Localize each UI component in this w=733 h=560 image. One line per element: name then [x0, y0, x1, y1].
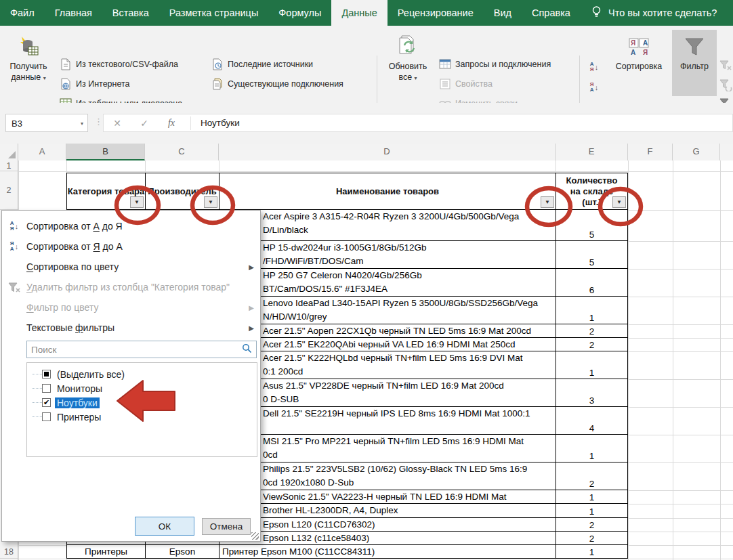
column-header-C[interactable]: C [145, 144, 219, 160]
filter-menu-item-5[interactable]: Текстовые фильтры▶ [2, 318, 260, 338]
cell-product-name[interactable]: Brother HL-L2300DR, A4, Duplex [219, 504, 556, 517]
row-number-1[interactable]: 1 [0, 160, 18, 171]
cell-quantity[interactable]: 5 [556, 241, 628, 268]
column-header-B[interactable]: B [66, 144, 145, 160]
filter-button[interactable]: Фильтр [672, 30, 717, 96]
cancel-button[interactable]: Отмена [202, 518, 251, 535]
refresh-all-button[interactable]: Обновить все ▾ [383, 30, 432, 96]
ribbon-tab-2[interactable]: Вставка [102, 0, 159, 26]
ribbon-tab-3[interactable]: Разметка страницы [159, 0, 269, 26]
insert-function-icon[interactable]: fx [158, 118, 185, 129]
cell-product-name[interactable]: Dell 21.5" SE2219H черный IPS LED 8ms 16… [219, 407, 556, 434]
header-cell-manufacturer[interactable]: Производитель ▼ [145, 173, 219, 210]
checkbox-partial-icon[interactable] [42, 370, 51, 379]
cell-product-name[interactable]: Acer Aspire 3 A315-42-R04R Ryzen 3 3200U… [219, 210, 556, 240]
cell-product-name[interactable]: ViewSonic 21.5" VA2223-H черный TN LED 1… [219, 490, 556, 503]
cell-product-name[interactable]: Asus 21.5" VP228DE черный TN+film LED 16… [219, 379, 556, 406]
checkbox-checked-icon[interactable]: ✔ [42, 398, 51, 407]
enter-entry-icon[interactable]: ✓ [131, 118, 158, 129]
select-all-corner[interactable] [0, 144, 18, 160]
header-cell-quantity[interactable]: Количество на складе (шт.) ▼ [556, 173, 628, 210]
cancel-entry-icon[interactable]: ✕ [104, 118, 131, 129]
ribbon-item-src-0[interactable]: Последние источники [211, 58, 343, 71]
row-number-2[interactable]: 2 [0, 171, 18, 210]
get-data-button[interactable]: Получить данные ▾ [4, 30, 53, 96]
ribbon-tab-6[interactable]: Рецензирование [388, 0, 484, 26]
ribbon-tab-4[interactable]: Формулы [268, 0, 331, 26]
ribbon-tab-5[interactable]: Данные [331, 0, 387, 26]
filter-dropdown-button-category[interactable]: ▼ [130, 196, 144, 208]
sort-descending-icon[interactable]: ЯА↓ [587, 80, 602, 95]
tree-line [32, 374, 42, 374]
cell-product-name[interactable]: Epson L132 (c11ce58403) [219, 532, 556, 544]
ok-button[interactable]: ОК [135, 517, 194, 536]
cell-quantity[interactable]: 1 [556, 490, 628, 503]
cell-quantity[interactable]: 3 [556, 379, 628, 406]
filter-menu-item-0[interactable]: АЯ↓Сортировка от А до Я [2, 216, 260, 236]
ribbon-tab-7[interactable]: Вид [484, 0, 522, 26]
cell-manufacturer[interactable]: Epson [145, 545, 219, 558]
ribbon-item-conn-0[interactable]: Запросы и подключения [439, 58, 551, 71]
sort-ascending-icon[interactable]: АЯ↓ [587, 60, 602, 74]
cell-quantity[interactable]: 2 [556, 462, 628, 490]
cell-quantity[interactable]: 1 [556, 545, 628, 558]
column-header-row: ABCDEFG [0, 144, 733, 161]
cell-quantity[interactable]: 4 [556, 407, 628, 434]
column-header-D[interactable]: D [219, 144, 556, 160]
cell-product-name[interactable]: HP 15-dw2024ur i3-1005G1/8Gb/512Gb/FHD/W… [219, 241, 556, 268]
column-header-A[interactable]: A [18, 144, 66, 160]
filter-menu-item-2[interactable]: Сортировка по цвету▶ [2, 257, 260, 277]
cell-quantity[interactable]: 2 [556, 518, 628, 531]
cell-product-name[interactable]: Lenovo IdeaPad L340-15API Ryzen 5 3500U/… [219, 297, 556, 324]
cell-product-name[interactable]: Epson L120 (C11CD76302) [219, 518, 556, 531]
ribbon-tab-1[interactable]: Главная [45, 0, 102, 26]
cell-category[interactable]: Принтеры [66, 545, 145, 558]
cell-product-name[interactable]: MSI 21.5" Pro MP221 черный TN+film LED 5… [219, 435, 556, 462]
ribbon-tab-0[interactable]: Файл [0, 0, 45, 26]
cell-product-name[interactable]: Принтер Epson M100 (C11CC84311) [219, 545, 556, 558]
cell-product-name[interactable]: Acer 21.5" Aopen 22CX1Qb черный TN LED 5… [219, 324, 556, 337]
formula-input[interactable]: Ноутбуки [196, 118, 240, 128]
row-number-18[interactable]: 18 [0, 545, 18, 559]
header-cell-product-name[interactable]: Наименование товаров ▼ [219, 173, 556, 210]
ribbon-item-src-1[interactable]: Существующие подключения [211, 77, 343, 91]
filter-dropdown-button-product-name[interactable]: ▼ [541, 196, 554, 208]
cell-quantity[interactable]: 1 [556, 351, 628, 379]
cell-product-name[interactable]: Acer 21.5" EK220QAbi черный VA LED 16:9 … [219, 338, 556, 351]
name-box-dropdown-icon[interactable]: ▾ [81, 114, 83, 133]
filter-menu-item-1[interactable]: ЯА↓Сортировка от Я до А [2, 236, 260, 257]
cell-quantity[interactable]: 2 [556, 338, 628, 351]
filter-value-item-0[interactable]: (Выделить все) [27, 367, 257, 381]
checkbox-unchecked-icon[interactable] [42, 384, 51, 393]
search-icon[interactable] [242, 343, 252, 356]
formula-bar-handle[interactable]: ⋮ [94, 116, 103, 127]
cell-quantity[interactable]: 6 [556, 269, 628, 296]
column-header-E[interactable]: E [556, 144, 628, 160]
cell-quantity[interactable]: 1 [556, 435, 628, 462]
column-header-G[interactable]: G [673, 144, 720, 160]
ribbon-tab-8[interactable]: Справка [522, 0, 581, 26]
tell-me[interactable]: Что вы хотите сделать? [591, 0, 717, 26]
cell-quantity[interactable]: 2 [556, 324, 628, 337]
name-box[interactable]: B3 ▾ [5, 114, 88, 132]
cell-quantity[interactable]: 1 [556, 504, 628, 517]
filter-value-item-1[interactable]: Мониторы [27, 381, 257, 395]
cell-quantity[interactable]: 1 [556, 297, 628, 324]
cell-quantity[interactable]: 5 [556, 210, 628, 240]
sort-button[interactable]: ЯА АЯ Сортировка [610, 30, 668, 96]
header-cell-category[interactable]: Категория товара ▼ [66, 173, 145, 210]
ribbon-item-get-0[interactable]: Из текстового/CSV-файла [60, 58, 182, 71]
filter-search-input[interactable]: Поиск [26, 341, 257, 358]
filter-value-item-2[interactable]: ✔Ноутбуки [27, 395, 257, 410]
checkbox-unchecked-icon[interactable] [42, 412, 51, 421]
filter-value-item-3[interactable]: Принтеры [27, 410, 257, 424]
cell-product-name[interactable]: Philips 21.5" 223V5LSB2 (10/62) Glossy-B… [219, 462, 556, 490]
resize-grip[interactable] [251, 532, 259, 540]
filter-dropdown-button-manufacturer[interactable]: ▼ [204, 196, 217, 208]
cell-quantity[interactable]: 2 [556, 532, 628, 544]
filter-dropdown-button-quantity[interactable]: ▼ [612, 196, 626, 208]
cell-product-name[interactable]: HP 250 G7 Celeron N4020/4Gb/256GbBT/Cam/… [219, 269, 556, 296]
cell-product-name[interactable]: Acer 21.5" K222HQLbd черный TN+film LED … [219, 351, 556, 379]
column-header-F[interactable]: F [628, 144, 673, 160]
ribbon-item-get-1[interactable]: Из Интернета [60, 77, 182, 91]
